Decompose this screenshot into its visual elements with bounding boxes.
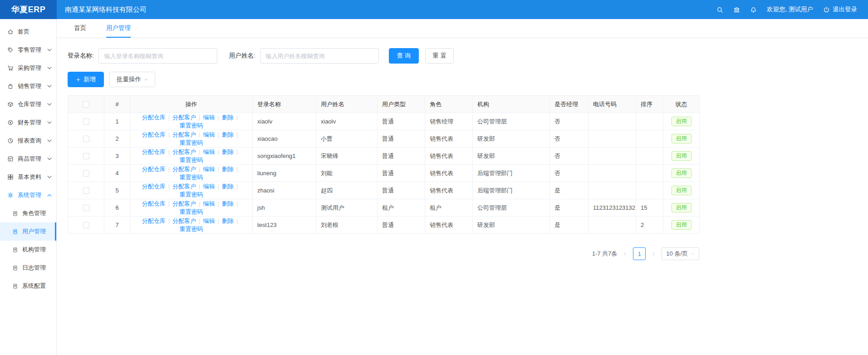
sidebar-item-report[interactable]: 报表查询 xyxy=(0,132,56,150)
sidebar-item-system[interactable]: 系统管理 xyxy=(0,186,56,204)
action-delete[interactable]: 删除 xyxy=(222,114,234,121)
row-checkbox[interactable] xyxy=(83,170,89,177)
action-assign-warehouse[interactable]: 分配仓库 xyxy=(142,114,166,121)
action-reset-password[interactable]: 重置密码 xyxy=(180,157,203,163)
reset-button[interactable]: 重 置 xyxy=(425,48,454,64)
action-assign-warehouse[interactable]: 分配仓库 xyxy=(142,148,166,155)
sidebar-item-product[interactable]: 商品管理 xyxy=(0,150,56,168)
sidebar-item-sales[interactable]: 销售管理 xyxy=(0,77,56,95)
action-assign-warehouse[interactable]: 分配仓库 xyxy=(142,131,166,138)
sidebar-item-retail[interactable]: 零售管理 xyxy=(0,41,56,59)
action-separator: | xyxy=(199,166,200,173)
action-edit[interactable]: 编辑 xyxy=(203,166,215,173)
page-1-button[interactable]: 1 xyxy=(633,247,646,260)
sidebar-item-user-management[interactable]: 用户管理 xyxy=(0,222,56,241)
page-size-value: 10 条/页 xyxy=(666,250,688,258)
bank-icon[interactable] xyxy=(733,6,740,13)
main-area: 首页用户管理 登录名称: 用户姓名: 查 询 重 置 新增 xyxy=(57,19,868,355)
action-delete[interactable]: 删除 xyxy=(222,148,234,155)
action-edit[interactable]: 编辑 xyxy=(203,114,215,121)
sidebar-item-label: 商品管理 xyxy=(18,155,41,163)
cell-user-name: 宋晓锋 xyxy=(316,148,378,165)
action-delete[interactable]: 删除 xyxy=(222,131,234,138)
tab-user-management[interactable]: 用户管理 xyxy=(106,19,131,38)
action-reset-password[interactable]: 重置密码 xyxy=(180,122,203,129)
chevron-down-icon xyxy=(691,252,695,256)
action-edit[interactable]: 编辑 xyxy=(203,131,215,138)
action-reset-password[interactable]: 重置密码 xyxy=(180,174,203,181)
action-assign-customer[interactable]: 分配客户 xyxy=(172,148,196,155)
sidebar-item-role-management[interactable]: 角色管理 xyxy=(0,204,56,222)
bell-icon[interactable] xyxy=(750,6,757,13)
chevron-down-icon xyxy=(144,78,148,82)
action-reset-password[interactable]: 重置密码 xyxy=(180,139,203,146)
sidebar-item-log-management[interactable]: 日志管理 xyxy=(0,259,56,277)
action-assign-customer[interactable]: 分配客户 xyxy=(172,166,196,173)
logout-button[interactable]: 退出登录 xyxy=(823,5,857,14)
row-checkbox[interactable] xyxy=(83,187,89,194)
action-separator: | xyxy=(218,183,219,190)
user-name-label: 用户姓名: xyxy=(229,52,255,60)
action-assign-customer[interactable]: 分配客户 xyxy=(172,217,196,224)
add-button[interactable]: 新增 xyxy=(68,72,104,87)
sidebar-item-label: 采购管理 xyxy=(18,64,41,72)
action-assign-warehouse[interactable]: 分配仓库 xyxy=(142,200,166,207)
system-icon xyxy=(7,192,14,198)
action-assign-customer[interactable]: 分配客户 xyxy=(172,131,196,138)
action-reset-password[interactable]: 重置密码 xyxy=(180,226,203,232)
action-edit[interactable]: 编辑 xyxy=(203,217,215,224)
user-table: #操作登录名称用户姓名用户类型角色机构是否经理电话号码排序状态 1分配仓库|分配… xyxy=(68,95,700,234)
action-assign-warehouse[interactable]: 分配仓库 xyxy=(142,183,166,190)
login-name-input[interactable] xyxy=(98,48,217,64)
action-separator: | xyxy=(236,183,238,190)
row-checkbox[interactable] xyxy=(83,136,89,142)
sidebar-item-home[interactable]: 首页 xyxy=(0,23,56,41)
sidebar-item-label: 系统配置 xyxy=(22,282,46,290)
cell-sort xyxy=(636,130,663,148)
sidebar-item-purchase[interactable]: 采购管理 xyxy=(0,59,56,77)
action-delete[interactable]: 删除 xyxy=(222,217,234,224)
chevron-down-icon xyxy=(46,119,53,126)
action-assign-customer[interactable]: 分配客户 xyxy=(172,200,196,207)
cell-role: 销售代表 xyxy=(425,148,473,165)
column-header: 操作 xyxy=(130,96,253,113)
action-delete[interactable]: 删除 xyxy=(222,183,234,190)
sidebar-item-finance[interactable]: 财务管理 xyxy=(0,113,56,132)
row-checkbox[interactable] xyxy=(83,222,89,228)
action-delete[interactable]: 删除 xyxy=(222,200,234,207)
select-all-header xyxy=(68,96,104,113)
sidebar-item-basic-data[interactable]: 基本资料 xyxy=(0,168,56,186)
sidebar-item-org-management[interactable]: 机构管理 xyxy=(0,241,56,259)
next-page-button[interactable] xyxy=(651,251,656,256)
action-edit[interactable]: 编辑 xyxy=(203,183,215,190)
cell-role: 销售代表 xyxy=(425,130,473,148)
page-size-select[interactable]: 10 条/页 xyxy=(662,247,699,260)
row-checkbox[interactable] xyxy=(83,153,89,159)
action-assign-warehouse[interactable]: 分配仓库 xyxy=(142,166,166,173)
action-assign-customer[interactable]: 分配客户 xyxy=(172,183,196,190)
app-logo: 华夏ERP xyxy=(0,0,57,19)
action-assign-warehouse[interactable]: 分配仓库 xyxy=(142,217,166,224)
action-separator: | xyxy=(168,200,170,207)
action-delete[interactable]: 删除 xyxy=(222,166,234,173)
query-button[interactable]: 查 询 xyxy=(389,48,419,64)
user-name-input[interactable] xyxy=(260,48,379,64)
sidebar-item-warehouse[interactable]: 仓库管理 xyxy=(0,95,56,113)
row-checkbox[interactable] xyxy=(83,118,89,125)
action-assign-customer[interactable]: 分配客户 xyxy=(172,114,196,121)
action-edit[interactable]: 编辑 xyxy=(203,200,215,207)
batch-operations-button[interactable]: 批量操作 xyxy=(109,72,155,87)
select-all-checkbox[interactable] xyxy=(83,101,89,108)
action-edit[interactable]: 编辑 xyxy=(203,148,215,155)
row-checkbox[interactable] xyxy=(83,205,89,211)
cell-actions: 分配仓库|分配客户|编辑|删除|重置密码 xyxy=(130,130,253,148)
search-icon[interactable] xyxy=(716,6,723,13)
cell-index: 2 xyxy=(104,130,130,148)
cell-org: 公司管理层 xyxy=(473,113,550,130)
action-reset-password[interactable]: 重置密码 xyxy=(180,208,203,215)
sidebar-item-system-config[interactable]: 系统配置 xyxy=(0,277,56,295)
action-reset-password[interactable]: 重置密码 xyxy=(180,191,203,198)
checkbox-cell xyxy=(68,165,104,182)
tab-home[interactable]: 首页 xyxy=(74,19,86,38)
prev-page-button[interactable] xyxy=(623,251,628,256)
